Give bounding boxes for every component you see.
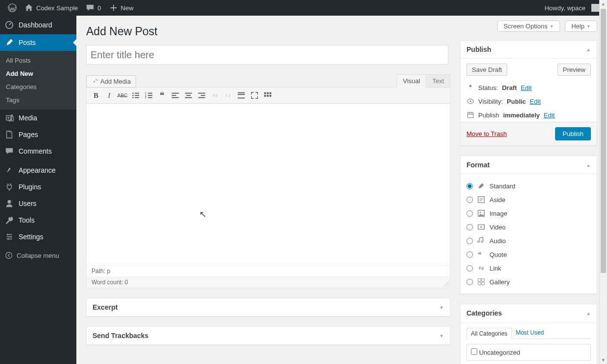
italic-button[interactable]: I	[103, 89, 116, 102]
menu-plugins[interactable]: Plugins	[0, 179, 76, 195]
menu-media[interactable]: Media	[0, 110, 76, 126]
submenu-add-new[interactable]: Add New	[0, 67, 76, 80]
excerpt-box: Excerpt▼	[86, 298, 450, 317]
menu-pages[interactable]: Pages	[0, 126, 76, 143]
comments-link[interactable]: 0	[82, 0, 105, 16]
toggle-toolbar-button[interactable]	[261, 89, 274, 102]
svg-rect-22	[187, 95, 191, 96]
svg-rect-7	[135, 93, 139, 94]
cat-tab-most[interactable]: Most Used	[512, 327, 548, 339]
format-option-video[interactable]: Video	[467, 220, 591, 234]
svg-rect-46	[478, 282, 481, 285]
svg-rect-34	[267, 95, 269, 97]
category-item[interactable]: Uncategorized	[471, 349, 520, 356]
svg-rect-29	[238, 98, 245, 99]
categories-toggle[interactable]: Categories▲	[461, 304, 597, 322]
format-option-quote[interactable]: ❝Quote	[467, 248, 591, 261]
new-link[interactable]: New	[105, 0, 138, 16]
svg-text:❝: ❝	[478, 250, 482, 258]
admin-toolbar: Codex Sample 0 New Howdy, wpace	[0, 0, 607, 16]
scrollbar[interactable]: ▲ ▼	[599, 0, 607, 364]
format-option-link[interactable]: Link	[467, 261, 591, 275]
editor-toolbar: B I ABC 123 ❝	[87, 88, 450, 104]
align-center-button[interactable]	[182, 89, 195, 102]
collapse-menu[interactable]: Collapse menu	[0, 248, 76, 263]
unlink-button[interactable]	[222, 89, 234, 102]
svg-rect-17	[148, 97, 152, 98]
menu-appearance[interactable]: Appearance	[0, 162, 76, 179]
trackbacks-toggle[interactable]: Send Trackbacks▼	[87, 327, 450, 344]
trackbacks-box: Send Trackbacks▼	[86, 326, 450, 345]
align-right-button[interactable]	[195, 89, 208, 102]
svg-rect-20	[172, 97, 179, 98]
bold-button[interactable]: B	[90, 89, 102, 102]
admin-sidebar: Dashboard Posts All Posts Add New Catego…	[0, 16, 76, 364]
format-option-gallery[interactable]: Gallery	[467, 275, 591, 289]
edit-schedule[interactable]: Edit	[544, 112, 555, 119]
fullscreen-button[interactable]	[248, 89, 261, 102]
svg-rect-33	[264, 95, 266, 97]
svg-point-36	[469, 85, 472, 87]
cat-tab-all[interactable]: All Categories	[467, 328, 512, 339]
publish-box: Publish▲ Save Draft Preview Status: Draf…	[460, 40, 597, 146]
submenu-tags[interactable]: Tags	[0, 93, 76, 107]
svg-rect-44	[478, 279, 481, 281]
menu-comments[interactable]: Comments	[0, 143, 76, 159]
svg-point-5	[93, 81, 95, 82]
svg-rect-35	[270, 95, 272, 97]
more-button[interactable]	[235, 89, 248, 102]
resize-handle[interactable]	[443, 281, 449, 287]
svg-rect-11	[135, 97, 139, 98]
help-button[interactable]: Help ▼	[565, 21, 597, 32]
svg-point-10	[132, 97, 134, 98]
svg-point-2	[7, 117, 9, 119]
editor-content[interactable]: ↖	[87, 104, 450, 265]
format-option-image[interactable]: Image	[467, 206, 591, 220]
svg-rect-13	[148, 93, 152, 94]
screen-options-button[interactable]: Screen Options ▼	[497, 21, 560, 32]
svg-point-37	[469, 100, 471, 102]
format-toggle[interactable]: Format▲	[461, 156, 597, 174]
move-to-trash[interactable]: Move to Trash	[467, 130, 507, 137]
quote-button[interactable]: ❝	[156, 89, 168, 102]
menu-users[interactable]: Users	[0, 195, 76, 212]
align-left-button[interactable]	[169, 89, 182, 102]
submenu-all-posts[interactable]: All Posts	[0, 54, 76, 67]
ul-button[interactable]	[129, 89, 142, 102]
menu-settings[interactable]: Settings	[0, 228, 76, 245]
cursor-icon: ↖	[199, 209, 207, 220]
link-button[interactable]	[209, 89, 221, 102]
title-input[interactable]	[86, 45, 448, 65]
calendar-icon	[467, 111, 474, 119]
publish-button[interactable]: Publish	[555, 127, 591, 140]
format-option-standard[interactable]: Standard	[467, 179, 591, 193]
svg-point-8	[132, 95, 134, 96]
tab-text[interactable]: Text	[426, 74, 450, 88]
publish-toggle[interactable]: Publish▲	[461, 41, 597, 59]
preview-button[interactable]: Preview	[558, 64, 591, 76]
svg-point-4	[6, 252, 12, 259]
edit-status[interactable]: Edit	[521, 84, 532, 91]
menu-posts[interactable]: Posts	[0, 34, 76, 51]
avatar	[591, 4, 599, 12]
svg-rect-38	[467, 113, 473, 117]
svg-rect-9	[135, 95, 139, 96]
howdy[interactable]: Howdy, wpace	[540, 0, 603, 16]
ol-button[interactable]: 123	[142, 89, 155, 102]
format-option-audio[interactable]: Audio	[467, 234, 591, 248]
edit-visibility[interactable]: Edit	[530, 98, 540, 105]
save-draft-button[interactable]: Save Draft	[467, 64, 507, 76]
strike-button[interactable]: ABC	[116, 89, 129, 102]
format-option-aside[interactable]: Aside	[467, 193, 591, 206]
menu-tools[interactable]: Tools	[0, 212, 76, 228]
submenu-categories[interactable]: Categories	[0, 80, 76, 93]
wp-logo[interactable]	[4, 0, 21, 16]
svg-rect-24	[198, 93, 205, 94]
add-media-button[interactable]: Add Media	[86, 75, 136, 88]
excerpt-toggle[interactable]: Excerpt▼	[87, 298, 450, 316]
svg-rect-47	[482, 282, 484, 285]
menu-dashboard[interactable]: Dashboard	[0, 16, 76, 34]
svg-rect-25	[201, 95, 205, 96]
tab-visual[interactable]: Visual	[397, 74, 426, 88]
site-name[interactable]: Codex Sample	[21, 0, 82, 16]
